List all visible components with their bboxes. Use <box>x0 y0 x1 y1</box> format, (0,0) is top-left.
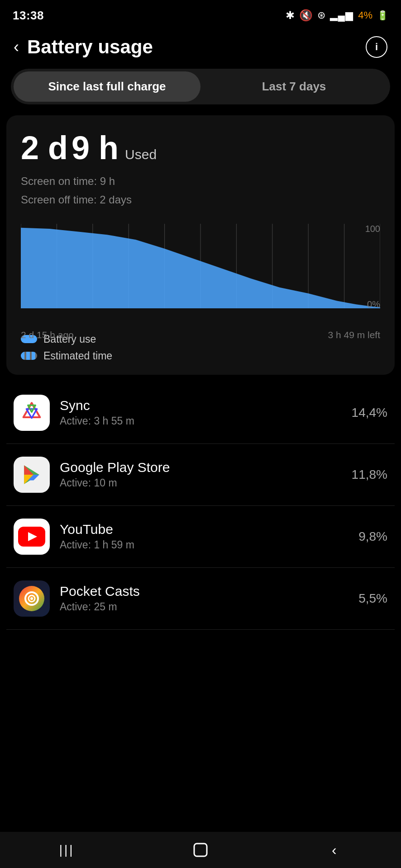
app-percent-sync: 14,4% <box>352 406 387 420</box>
svg-rect-23 <box>194 844 207 856</box>
status-bar: 13:38 ✱ 🔇 ⊛ ▂▄▆ 4% 🔋 <box>0 0 401 27</box>
home-icon <box>192 842 209 858</box>
app-name-sync: Sync <box>60 398 342 413</box>
chart-y-bottom: 0% <box>367 299 380 310</box>
app-info-pocket-casts: Pocket Casts Active: 25 m <box>60 584 348 613</box>
app-info-youtube: YouTube Active: 1 h 59 m <box>60 522 348 551</box>
app-icon-sync <box>14 395 50 431</box>
app-active-youtube: Active: 1 h 59 m <box>60 539 348 551</box>
bottom-nav: ||| ‹ <box>0 832 401 868</box>
chart-start-label: 2 d 15 h ago <box>21 330 74 340</box>
list-item[interactable]: Google Play Store Active: 10 m 11,8% <box>6 444 395 506</box>
status-icons: ✱ 🔇 ⊛ ▂▄▆ 4% 🔋 <box>286 9 388 22</box>
page-title: Battery usage <box>27 36 153 58</box>
app-name-play-store: Google Play Store <box>60 460 342 475</box>
app-icon-play-store <box>14 457 50 493</box>
tab-switcher: Since last full charge Last 7 days <box>11 69 390 104</box>
app-info-sync: Sync Active: 3 h 55 m <box>60 398 342 427</box>
youtube-bg <box>18 527 45 547</box>
chart-labels: 2 d 15 h ago 3 h 49 m left <box>21 330 380 340</box>
chart-end-label: 3 h 49 m left <box>328 330 380 340</box>
chart-svg <box>21 224 380 323</box>
app-active-play-store: Active: 10 m <box>60 477 342 489</box>
usage-label: Used <box>125 147 157 162</box>
header-left: ‹ Battery usage <box>14 36 153 58</box>
page-header: ‹ Battery usage i <box>0 27 401 69</box>
legend-estimated-time: Estimated time <box>21 350 380 362</box>
usage-screen-off: Screen off time: 2 days <box>21 191 380 209</box>
play-store-icon <box>20 463 43 486</box>
app-info-play-store: Google Play Store Active: 10 m <box>60 460 342 489</box>
app-active-sync: Active: 3 h 55 m <box>60 415 342 427</box>
app-active-pocket-casts: Active: 25 m <box>60 601 348 613</box>
usage-time: 2 d 9 h Used <box>21 132 380 164</box>
app-percent-youtube: 9,8% <box>358 529 387 544</box>
mute-icon: 🔇 <box>299 9 313 22</box>
svg-point-22 <box>30 597 33 600</box>
back-button-nav[interactable]: ‹ <box>316 836 352 863</box>
app-percent-play-store: 11,8% <box>352 467 387 482</box>
pocket-casts-icon <box>18 585 45 612</box>
app-icon-youtube <box>14 519 50 555</box>
app-name-pocket-casts: Pocket Casts <box>60 584 348 599</box>
legend-estimated-label: Estimated time <box>43 350 112 362</box>
legend-dot-estimated <box>21 352 37 360</box>
home-button[interactable] <box>182 836 219 863</box>
list-item[interactable]: Pocket Casts Active: 25 m 5,5% <box>6 568 395 630</box>
signal-icon: ▂▄▆ <box>330 9 354 21</box>
youtube-play-triangle <box>28 532 37 541</box>
app-icon-pocket-casts <box>14 580 50 617</box>
info-button[interactable]: i <box>366 36 387 58</box>
tab-last-7-days[interactable]: Last 7 days <box>200 71 387 102</box>
status-time: 13:38 <box>13 9 44 23</box>
battery-icon: 🔋 <box>377 10 388 21</box>
list-item[interactable]: YouTube Active: 1 h 59 m 9,8% <box>6 506 395 568</box>
back-button[interactable]: ‹ <box>14 39 19 55</box>
sync-icon <box>20 401 43 424</box>
chart-y-top: 100 <box>365 224 380 234</box>
usage-hours: 9 h <box>72 132 119 164</box>
tab-since-last-charge[interactable]: Since last full charge <box>14 71 200 102</box>
list-item[interactable]: Sync Active: 3 h 55 m 14,4% <box>6 382 395 444</box>
wifi-icon: ⊛ <box>317 9 325 21</box>
bluetooth-icon: ✱ <box>286 9 295 22</box>
battery-chart: 100 0% 2 d 15 h ago 3 h 49 m left <box>21 224 380 323</box>
app-name-youtube: YouTube <box>60 522 348 537</box>
usage-screen-on: Screen on time: 9 h <box>21 172 380 191</box>
recents-button[interactable]: ||| <box>49 836 85 863</box>
stats-card: 2 d 9 h Used Screen on time: 9 h Screen … <box>6 115 395 375</box>
app-percent-pocket-casts: 5,5% <box>358 591 387 606</box>
app-list: Sync Active: 3 h 55 m 14,4% Google Play … <box>6 382 395 630</box>
usage-days: 2 d <box>21 132 68 164</box>
battery-percent: 4% <box>358 9 372 21</box>
